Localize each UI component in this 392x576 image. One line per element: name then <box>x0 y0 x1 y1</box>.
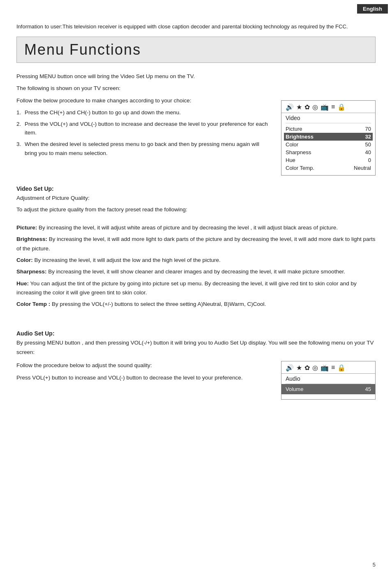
tv-icon-4: ◎ <box>312 103 318 111</box>
section-title: Menu Functions <box>24 41 368 58</box>
tv-icon-2: ★ <box>296 103 302 111</box>
tv-icon-6: ≡ <box>331 103 335 111</box>
color-desc: Color: By increasing the level, it will … <box>16 256 376 265</box>
tv-icon-1: 🔊 <box>286 103 294 111</box>
audio-icon-7: 🔒 <box>337 364 346 372</box>
audio-setup-title: Audio Set Up: <box>16 330 376 337</box>
hue-desc: Hue: You can adjust the tint of the pict… <box>16 279 376 298</box>
instruction-item-1: 1. Press the CH(+) and CH(-) button to g… <box>16 108 273 117</box>
menu-intro-2: The following is shown on your TV screen… <box>16 84 376 93</box>
menu-intro-1: Pressing MENU button once will bring the… <box>16 72 376 81</box>
video-tv-screen: 🔊 ★ ✿ ◎ 📺 ≡ 🔒 Video Picture 70 Brightnes… <box>281 100 376 176</box>
audio-icon-6: ≡ <box>331 364 335 371</box>
tv-item-hue: Hue 0 <box>286 156 371 164</box>
audio-setup-section: Audio Set Up: By pressing MENU button , … <box>16 330 376 400</box>
instructions-col: Follow the below procedure to make chang… <box>16 96 273 160</box>
color-temp-desc: Color Temp : By pressing the VOL(+/-) bu… <box>16 300 376 309</box>
tv-icon-7: 🔒 <box>337 103 346 111</box>
audio-volume-row: Volume 45 <box>281 384 375 394</box>
adjustment-subtitle: Adjustment of Picture Quality: <box>16 194 376 203</box>
audio-icon-1: 🔊 <box>286 364 294 372</box>
audio-screen-title: Audio <box>281 374 375 384</box>
adjustment-intro: To adjust the picture quality from the f… <box>16 205 376 214</box>
page-number: 5 <box>373 562 376 568</box>
video-setup-title: Video Set Up: <box>16 185 376 192</box>
instruction-item-2: 2. Press the VOL(+) and VOL(-) button to… <box>16 120 273 137</box>
tv-icon-3: ✿ <box>304 103 310 111</box>
tv-icons-row: 🔊 ★ ✿ ◎ 📺 ≡ 🔒 <box>281 101 375 113</box>
section-header: Menu Functions <box>16 37 376 63</box>
audio-icon-2: ★ <box>296 364 302 372</box>
tv-screen-video-title: Video <box>281 113 375 123</box>
audio-icon-3: ✿ <box>304 364 310 372</box>
audio-content-row: Follow the procedure below to adjust the… <box>16 361 376 400</box>
audio-intro: By pressing MENU button , and then press… <box>16 338 376 357</box>
tv-item-picture: Picture 70 <box>286 125 371 133</box>
audio-tv-icons-row: 🔊 ★ ✿ ◎ 📺 ≡ 🔒 <box>281 361 375 374</box>
info-text: Information to user:This television rece… <box>16 23 376 31</box>
video-setup-row: Follow the below procedure to make chang… <box>16 96 376 176</box>
volume-label: Volume <box>286 386 303 392</box>
audio-follow-text: Follow the procedure below to adjust the… <box>16 361 273 370</box>
volume-value: 45 <box>365 386 371 392</box>
instruction-item-3: 3. When the desired level is selected pr… <box>16 140 273 157</box>
audio-icon-5: 📺 <box>321 364 329 372</box>
instructions-list: 1. Press the CH(+) and CH(-) button to g… <box>16 108 273 157</box>
brightness-desc: Brightness: By increasing the level, it … <box>16 235 376 253</box>
audio-tv-screen: 🔊 ★ ✿ ◎ 📺 ≡ 🔒 Audio Volume 45 <box>281 361 376 400</box>
tv-icon-5: 📺 <box>321 103 329 111</box>
tv-item-sharpness: Sharpness 40 <box>286 148 371 156</box>
video-setup-section: Video Set Up: Adjustment of Picture Qual… <box>16 185 376 309</box>
audio-text-col: Follow the procedure below to adjust the… <box>16 361 273 383</box>
tv-item-brightness: Brightness 32 <box>284 133 373 141</box>
instructions-intro: Follow the below procedure to make chang… <box>16 96 273 105</box>
tv-item-color: Color 50 <box>286 141 371 148</box>
sharpness-desc: Sharpness: By increasing the level, it w… <box>16 267 376 276</box>
picture-desc: Picture: By increasing the level, it wil… <box>16 223 376 232</box>
audio-icon-4: ◎ <box>312 364 318 372</box>
audio-press-text: Press VOL(+) button to increase and VOL(… <box>16 373 273 382</box>
tv-item-color-temp: Color Temp. Neutral <box>286 164 371 172</box>
tv-video-menu: Picture 70 Brightness 32 Color 50 Sharpn… <box>281 123 375 175</box>
language-badge: English <box>357 4 388 14</box>
